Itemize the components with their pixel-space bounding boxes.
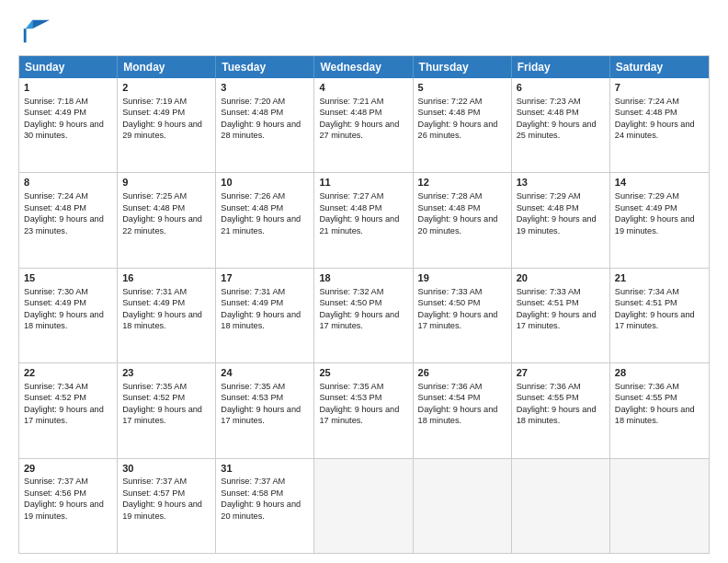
day-number: 10	[221, 176, 309, 190]
day-cell-28: 28Sunrise: 7:36 AMSunset: 4:55 PMDayligh…	[610, 363, 709, 457]
day-cell-9: 9Sunrise: 7:25 AMSunset: 4:48 PMDaylight…	[118, 173, 216, 267]
day-number: 7	[615, 81, 704, 95]
day-cell-2: 2Sunrise: 7:19 AMSunset: 4:49 PMDaylight…	[118, 78, 216, 172]
day-number: 15	[24, 271, 112, 285]
sunset-text: Sunset: 4:50 PM	[418, 298, 481, 307]
day-number: 24	[221, 366, 309, 380]
sunrise-text: Sunrise: 7:18 AM	[24, 97, 88, 106]
sunset-text: Sunset: 4:48 PM	[319, 108, 381, 117]
sunrise-text: Sunrise: 7:31 AM	[122, 287, 187, 296]
day-cell-3: 3Sunrise: 7:20 AMSunset: 4:48 PMDaylight…	[216, 78, 314, 172]
daylight-text: Daylight: 9 hours and 17 minutes.	[615, 310, 695, 330]
sunset-text: Sunset: 4:48 PM	[221, 203, 283, 213]
sunset-text: Sunset: 4:49 PM	[24, 108, 86, 117]
calendar: Sunday Monday Tuesday Wednesday Thursday…	[18, 55, 710, 554]
day-cell-16: 16Sunrise: 7:31 AMSunset: 4:49 PMDayligh…	[118, 269, 216, 362]
logo-icon	[18, 17, 51, 46]
header-monday: Monday	[118, 56, 216, 78]
sunrise-text: Sunrise: 7:36 AM	[517, 382, 581, 391]
day-number: 18	[319, 271, 407, 285]
sunset-text: Sunset: 4:49 PM	[122, 298, 185, 307]
day-cell-27: 27Sunrise: 7:36 AMSunset: 4:55 PMDayligh…	[512, 363, 610, 457]
sunrise-text: Sunrise: 7:36 AM	[615, 382, 679, 391]
header-saturday: Saturday	[610, 56, 709, 78]
header-sunday: Sunday	[19, 56, 118, 78]
day-number: 2	[122, 81, 210, 95]
day-number: 14	[615, 176, 704, 190]
calendar-row-5: 29Sunrise: 7:37 AMSunset: 4:56 PMDayligh…	[19, 458, 709, 553]
daylight-text: Daylight: 9 hours and 28 minutes.	[221, 120, 301, 140]
empty-cell	[414, 459, 512, 553]
day-number: 5	[418, 81, 506, 95]
sunset-text: Sunset: 4:53 PM	[319, 393, 381, 402]
sunrise-text: Sunrise: 7:20 AM	[221, 97, 285, 106]
sunrise-text: Sunrise: 7:37 AM	[122, 477, 187, 486]
day-number: 13	[517, 176, 605, 190]
empty-cell	[512, 459, 610, 553]
sunrise-text: Sunrise: 7:36 AM	[418, 382, 483, 391]
svg-marker-0	[32, 20, 50, 29]
day-number: 27	[517, 366, 605, 380]
sunrise-text: Sunrise: 7:37 AM	[221, 477, 285, 486]
sunrise-text: Sunrise: 7:22 AM	[418, 97, 483, 106]
sunrise-text: Sunrise: 7:35 AM	[319, 382, 383, 391]
day-cell-20: 20Sunrise: 7:33 AMSunset: 4:51 PMDayligh…	[512, 269, 610, 362]
day-number: 22	[24, 366, 112, 380]
sunset-text: Sunset: 4:54 PM	[418, 393, 481, 402]
day-cell-18: 18Sunrise: 7:32 AMSunset: 4:50 PMDayligh…	[314, 269, 413, 362]
daylight-text: Daylight: 9 hours and 20 minutes.	[418, 214, 498, 235]
sunset-text: Sunset: 4:48 PM	[615, 108, 677, 117]
daylight-text: Daylight: 9 hours and 17 minutes.	[319, 310, 399, 330]
day-number: 26	[418, 366, 506, 380]
header-friday: Friday	[512, 56, 610, 78]
daylight-text: Daylight: 9 hours and 17 minutes.	[418, 310, 498, 330]
day-number: 28	[615, 366, 704, 380]
sunset-text: Sunset: 4:48 PM	[122, 203, 185, 213]
daylight-text: Daylight: 9 hours and 18 minutes.	[615, 405, 695, 425]
sunrise-text: Sunrise: 7:33 AM	[517, 287, 581, 296]
sunrise-text: Sunrise: 7:28 AM	[418, 191, 483, 201]
day-cell-8: 8Sunrise: 7:24 AMSunset: 4:48 PMDaylight…	[19, 173, 118, 267]
calendar-body: 1Sunrise: 7:18 AMSunset: 4:49 PMDaylight…	[19, 78, 709, 553]
day-number: 8	[24, 176, 112, 190]
day-number: 16	[122, 271, 210, 285]
header-tuesday: Tuesday	[216, 56, 314, 78]
daylight-text: Daylight: 9 hours and 19 minutes.	[517, 214, 597, 235]
calendar-row-1: 1Sunrise: 7:18 AMSunset: 4:49 PMDaylight…	[19, 78, 709, 172]
day-cell-12: 12Sunrise: 7:28 AMSunset: 4:48 PMDayligh…	[414, 173, 512, 267]
day-cell-7: 7Sunrise: 7:24 AMSunset: 4:48 PMDaylight…	[610, 78, 709, 172]
sunset-text: Sunset: 4:52 PM	[122, 393, 185, 402]
sunrise-text: Sunrise: 7:33 AM	[418, 287, 483, 296]
svg-rect-2	[24, 29, 27, 42]
day-number: 4	[319, 81, 407, 95]
sunset-text: Sunset: 4:49 PM	[615, 203, 677, 213]
sunset-text: Sunset: 4:55 PM	[517, 393, 579, 402]
sunrise-text: Sunrise: 7:21 AM	[319, 97, 383, 106]
sunrise-text: Sunrise: 7:34 AM	[24, 382, 88, 391]
sunset-text: Sunset: 4:50 PM	[319, 298, 381, 307]
day-cell-19: 19Sunrise: 7:33 AMSunset: 4:50 PMDayligh…	[414, 269, 512, 362]
day-number: 20	[517, 271, 605, 285]
calendar-row-2: 8Sunrise: 7:24 AMSunset: 4:48 PMDaylight…	[19, 172, 709, 267]
sunrise-text: Sunrise: 7:23 AM	[517, 97, 581, 106]
day-number: 12	[418, 176, 506, 190]
logo	[18, 17, 55, 46]
empty-cell	[610, 459, 709, 553]
sunset-text: Sunset: 4:58 PM	[221, 488, 283, 498]
calendar-row-4: 22Sunrise: 7:34 AMSunset: 4:52 PMDayligh…	[19, 362, 709, 457]
sunset-text: Sunset: 4:48 PM	[24, 203, 86, 213]
sunset-text: Sunset: 4:53 PM	[221, 393, 283, 402]
daylight-text: Daylight: 9 hours and 27 minutes.	[319, 120, 399, 140]
day-number: 23	[122, 366, 210, 380]
sunset-text: Sunset: 4:48 PM	[319, 203, 381, 213]
day-cell-13: 13Sunrise: 7:29 AMSunset: 4:48 PMDayligh…	[512, 173, 610, 267]
day-number: 3	[221, 81, 309, 95]
calendar-header: Sunday Monday Tuesday Wednesday Thursday…	[19, 56, 709, 78]
daylight-text: Daylight: 9 hours and 22 minutes.	[122, 214, 202, 235]
daylight-text: Daylight: 9 hours and 19 minutes.	[615, 214, 695, 235]
sunrise-text: Sunrise: 7:29 AM	[517, 191, 581, 201]
sunrise-text: Sunrise: 7:26 AM	[221, 191, 285, 201]
daylight-text: Daylight: 9 hours and 19 minutes.	[24, 500, 104, 520]
daylight-text: Daylight: 9 hours and 30 minutes.	[24, 120, 104, 140]
empty-cell	[314, 459, 413, 553]
